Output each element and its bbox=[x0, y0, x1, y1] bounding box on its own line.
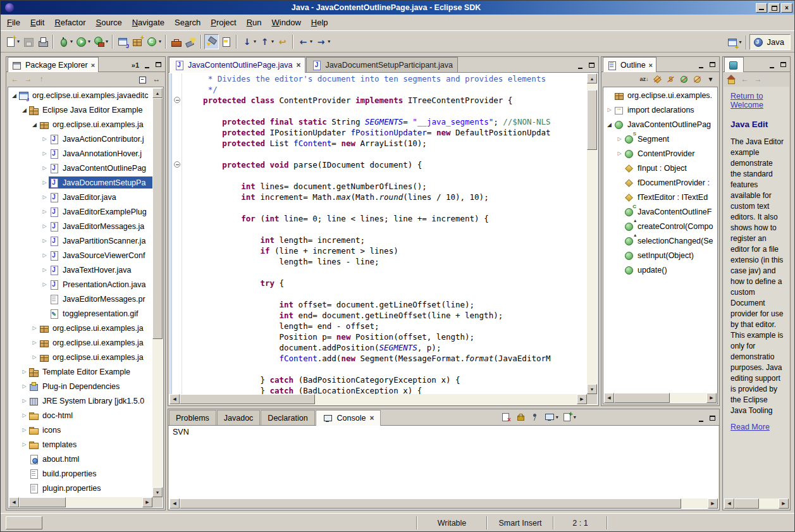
scroll-right-button[interactable]: ▶ bbox=[708, 498, 718, 509]
code-line[interactable] bbox=[184, 224, 587, 235]
welcome-tab[interactable] bbox=[724, 57, 744, 72]
minimize-view-button[interactable] bbox=[767, 61, 777, 70]
code-line[interactable] bbox=[184, 202, 587, 213]
expand-arrow-icon[interactable]: ▷ bbox=[40, 267, 49, 273]
tree-item[interactable]: fTextEditor : ITextEd bbox=[604, 190, 717, 204]
scroll-down-button[interactable]: ▼ bbox=[152, 487, 163, 497]
open-perspective-button[interactable]: ▾ bbox=[725, 35, 743, 50]
tree-item[interactable]: fInput : Object bbox=[604, 161, 717, 175]
tree-item[interactable]: ▷JavaSourceViewerConf bbox=[9, 248, 152, 263]
previous-annotation-button[interactable]: ↑▾ bbox=[257, 34, 275, 49]
vertical-scrollbar[interactable]: ▲▼ bbox=[587, 73, 597, 394]
show-selected-element-only-button[interactable] bbox=[219, 34, 233, 49]
new-java-class-dropdown-arrow[interactable]: ▾ bbox=[159, 39, 161, 44]
expand-arrow-icon[interactable]: ▷ bbox=[20, 442, 28, 447]
save-button[interactable] bbox=[21, 34, 35, 49]
scrollbar-thumb[interactable] bbox=[19, 497, 66, 507]
code-line[interactable] bbox=[184, 170, 587, 181]
tree-item[interactable]: plugin.properties bbox=[9, 481, 152, 495]
code-line[interactable] bbox=[184, 267, 587, 278]
code-line[interactable]: if (line + increment > lines) bbox=[184, 245, 587, 256]
tree-item[interactable]: ▷Template Editor Example bbox=[9, 364, 152, 379]
collapse-all-button[interactable] bbox=[137, 74, 150, 85]
horizontal-scrollbar[interactable]: ◀▶ bbox=[604, 393, 717, 403]
scroll-up-button[interactable]: ▲ bbox=[152, 88, 163, 98]
view-menu-button[interactable] bbox=[704, 74, 717, 85]
back-nav-button[interactable] bbox=[738, 74, 751, 85]
back-button[interactable]: ←▾ bbox=[296, 34, 314, 49]
code-line[interactable]: int offset= document.getLineOffset(line)… bbox=[184, 299, 587, 310]
collapse-arrow-icon[interactable]: ◢ bbox=[605, 121, 613, 128]
tree-item[interactable]: ▴createControl(Compo bbox=[604, 219, 717, 233]
tree-item[interactable]: ▷SSegment bbox=[604, 132, 717, 146]
code-line[interactable]: length= lines - line; bbox=[184, 256, 587, 267]
hide-fields-button[interactable] bbox=[651, 74, 664, 85]
scrollbar-thumb[interactable] bbox=[734, 498, 759, 509]
maximize-view-button[interactable] bbox=[779, 61, 789, 70]
expand-arrow-icon[interactable]: ▷ bbox=[30, 340, 39, 345]
tree-item[interactable]: ▷PresentationAction.java bbox=[9, 277, 152, 292]
home-button[interactable] bbox=[725, 74, 738, 85]
open-console-button[interactable]: ▾ bbox=[560, 412, 577, 423]
minimize-view-button[interactable] bbox=[142, 61, 152, 70]
menu-edit[interactable]: Edit bbox=[25, 15, 49, 30]
editor-tab[interactable]: JavaDocumentSetupParticipant.java bbox=[306, 57, 458, 72]
pin-console-button[interactable] bbox=[528, 412, 541, 423]
display-selected-console-dropdown-arrow[interactable]: ▾ bbox=[556, 414, 558, 420]
scrollbar-thumb[interactable] bbox=[614, 393, 670, 403]
menu-refactor[interactable]: Refactor bbox=[49, 15, 90, 30]
menu-file[interactable]: File bbox=[2, 15, 25, 30]
minimize-editor-button[interactable] bbox=[576, 61, 586, 70]
open-perspective-dropdown-arrow[interactable]: ▾ bbox=[739, 39, 742, 45]
code-line[interactable] bbox=[184, 288, 587, 299]
expand-arrow-icon[interactable]: ▷ bbox=[40, 136, 49, 142]
code-line[interactable]: protected void parse(IDocument document)… bbox=[184, 159, 587, 170]
code-line[interactable]: for (int line= 0; line < lines; line += … bbox=[184, 213, 587, 224]
expand-arrow-icon[interactable]: ▷ bbox=[40, 209, 49, 214]
menu-source[interactable]: Source bbox=[91, 15, 127, 30]
horizontal-scrollbar[interactable]: ◀▶ bbox=[9, 497, 152, 507]
maximize-editor-button[interactable] bbox=[587, 61, 597, 70]
scrollbar-thumb[interactable] bbox=[180, 498, 681, 509]
code-line[interactable] bbox=[184, 364, 587, 374]
tree-item[interactable]: update() bbox=[604, 263, 717, 277]
close-view-icon[interactable]: × bbox=[649, 61, 653, 69]
horizontal-scrollbar[interactable]: ◀▶ bbox=[724, 498, 789, 509]
expand-arrow-icon[interactable]: ▷ bbox=[605, 107, 613, 113]
tree-item[interactable]: org.eclipse.ui.examples. bbox=[604, 88, 717, 102]
code-line[interactable]: try { bbox=[184, 278, 587, 288]
scroll-down-button[interactable]: ▼ bbox=[587, 384, 597, 394]
link-with-editor-button[interactable] bbox=[150, 74, 163, 85]
scroll-left-button[interactable]: ◀ bbox=[604, 393, 614, 403]
eclipse-app-icon[interactable] bbox=[5, 3, 14, 12]
code-line[interactable]: protected class ContentProvider implemen… bbox=[184, 95, 587, 106]
code-area[interactable]: * Divides the editor's document into ten… bbox=[184, 73, 587, 394]
scrollbar-thumb[interactable] bbox=[180, 394, 315, 404]
tree-item[interactable]: togglepresentation.gif bbox=[9, 306, 152, 321]
previous-annotation-dropdown-arrow[interactable]: ▾ bbox=[271, 39, 274, 44]
maximize-view-button[interactable] bbox=[708, 414, 718, 423]
read-more-link[interactable]: Read More bbox=[730, 423, 770, 431]
tree-item[interactable]: ◢org.eclipse.ui.examples.ja bbox=[9, 117, 152, 132]
menu-run[interactable]: Run bbox=[242, 15, 267, 30]
minimize-view-button[interactable] bbox=[696, 414, 706, 423]
last-edit-location-button[interactable]: ↩ bbox=[275, 34, 290, 49]
hidden-tabs-chevron[interactable]: »1 bbox=[132, 61, 139, 69]
code-line[interactable]: document.addPosition(SEGMENTS, p); bbox=[184, 342, 587, 353]
console-tab-console[interactable]: Console× bbox=[316, 410, 381, 426]
up-button[interactable] bbox=[35, 74, 48, 85]
expand-arrow-icon[interactable]: ▷ bbox=[20, 369, 28, 374]
scroll-lock-button[interactable] bbox=[514, 412, 527, 423]
tree-item[interactable]: ▷JavaActionContributor.j bbox=[9, 132, 152, 146]
hide-local-types-button[interactable] bbox=[691, 74, 704, 85]
tree-item[interactable]: about.html bbox=[9, 452, 152, 466]
tree-item[interactable]: ▷JRE System Library [jdk1.5.0 bbox=[9, 393, 152, 408]
toggle-mark-occurrences-button[interactable] bbox=[204, 34, 219, 49]
tree-item[interactable]: fDocumentProvider : bbox=[604, 175, 717, 190]
maximize-view-button[interactable] bbox=[154, 61, 164, 70]
code-line[interactable]: } catch (BadPositionCategoryException x)… bbox=[184, 374, 587, 385]
sort-button[interactable] bbox=[638, 74, 651, 85]
menu-navigate[interactable]: Navigate bbox=[127, 15, 169, 30]
back-button[interactable] bbox=[8, 74, 22, 85]
tree-item[interactable]: ▷JavaPartitionScanner.ja bbox=[9, 233, 152, 248]
